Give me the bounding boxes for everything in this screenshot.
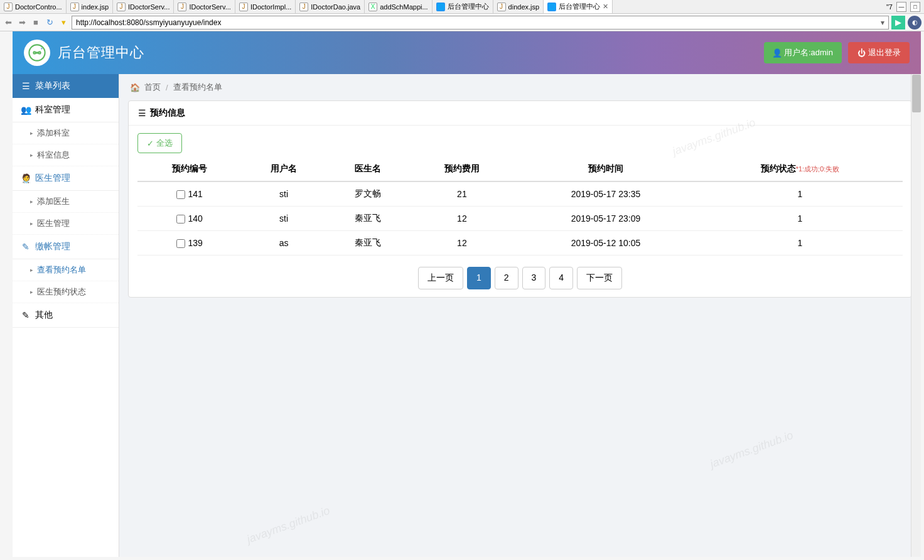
ide-maximize-icon[interactable]: □ xyxy=(910,2,920,12)
url-dropdown-icon[interactable]: ▾ xyxy=(881,18,884,27)
ide-tab[interactable]: JDoctorContro... xyxy=(0,0,67,13)
file-type-icon: J xyxy=(117,3,126,11)
ide-tab[interactable]: Jdindex.jsp xyxy=(493,0,544,13)
ide-tab[interactable]: JIDoctorDao.java xyxy=(296,0,365,13)
file-type-icon: 🌐 xyxy=(547,3,556,11)
stop-icon[interactable]: ■ xyxy=(30,17,41,28)
ide-tab[interactable]: 🌐后台管理中心✕ xyxy=(544,0,613,13)
tab-label: IDoctorServ... xyxy=(128,3,169,11)
ide-tab[interactable]: XaddSchMappi... xyxy=(365,0,432,13)
file-type-icon: J xyxy=(497,3,506,11)
ide-tab[interactable]: JIDoctorServ... xyxy=(174,0,235,13)
ide-editor-tabs: JDoctorContro...Jindex.jspJIDoctorServ..… xyxy=(0,0,924,14)
tab-label: DoctorContro... xyxy=(15,3,62,11)
tab-label: 后台管理中心 xyxy=(448,2,489,11)
file-type-icon: J xyxy=(70,3,79,11)
ide-tab[interactable]: JIDoctorImpl... xyxy=(235,0,296,13)
go-button[interactable]: ▶ xyxy=(891,16,905,30)
url-input[interactable]: http://localhost:8080/ssmyiyuanyuyue/ind… xyxy=(72,16,889,30)
ide-tab[interactable]: Jindex.jsp xyxy=(67,0,113,13)
ide-tab[interactable]: 🌐后台管理中心 xyxy=(432,0,493,13)
file-type-icon: J xyxy=(178,3,186,11)
file-type-icon: J xyxy=(299,3,308,11)
file-type-icon: J xyxy=(239,3,248,11)
forward-icon[interactable]: ➡ xyxy=(16,17,28,28)
tab-label: 后台管理中心 xyxy=(559,2,600,11)
file-type-icon: X xyxy=(368,3,377,11)
ide-extra-label: "7 xyxy=(886,3,893,11)
back-icon[interactable]: ⬅ xyxy=(3,17,14,28)
tab-label: IDoctorImpl... xyxy=(250,3,291,11)
tab-label: IDoctorDao.java xyxy=(311,3,360,11)
ide-tabs-right: "7 — □ xyxy=(883,0,924,13)
browser-nav-bar: ⬅ ➡ ■ ↻ ▾ http://localhost:8080/ssmyiyua… xyxy=(0,14,924,31)
ide-tab[interactable]: JIDoctorServ... xyxy=(113,0,174,13)
url-text: http://localhost:8080/ssmyiyuanyuyue/ind… xyxy=(76,18,221,27)
refresh-icon[interactable]: ↻ xyxy=(44,17,55,28)
eclipse-icon[interactable]: ◐ xyxy=(908,16,921,30)
dropdown-icon[interactable]: ▾ xyxy=(58,17,69,28)
file-type-icon: J xyxy=(4,3,13,11)
tab-label: dindex.jsp xyxy=(508,3,540,11)
ide-minimize-icon[interactable]: — xyxy=(896,2,906,12)
tab-label: IDoctorServ... xyxy=(189,3,230,11)
close-icon[interactable]: ✕ xyxy=(603,3,608,11)
file-type-icon: 🌐 xyxy=(436,3,445,11)
tab-label: addSchMappi... xyxy=(380,3,427,11)
tab-label: index.jsp xyxy=(82,3,109,11)
